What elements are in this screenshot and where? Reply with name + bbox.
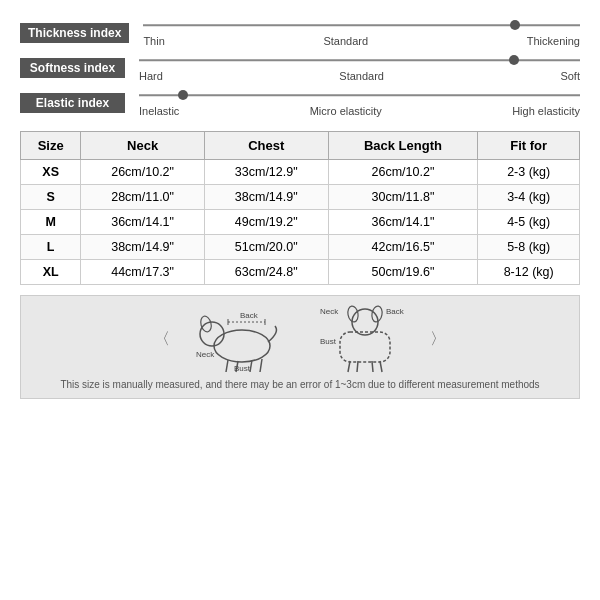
svg-text:Back: Back (386, 307, 405, 316)
slider-label: Soft (560, 70, 580, 82)
table-cell: S (21, 185, 81, 210)
svg-text:Neck: Neck (196, 350, 215, 359)
table-cell: 8-12 (kg) (478, 260, 580, 285)
size-table: SizeNeckChestBack LengthFit for XS26cm/1… (20, 131, 580, 285)
table-row: L38cm/14.9"51cm/20.0"42cm/16.5"5-8 (kg) (21, 235, 580, 260)
next-arrow[interactable]: 〉 (430, 329, 446, 350)
dog-figures: Neck Bust Back (190, 304, 410, 374)
table-cell: 51cm/20.0" (204, 235, 328, 260)
table-cell: 44cm/17.3" (81, 260, 205, 285)
slider-label: Thin (143, 35, 164, 47)
table-row: XL44cm/17.3"63cm/24.8"50cm/19.6"8-12 (kg… (21, 260, 580, 285)
svg-line-20 (380, 361, 382, 372)
svg-line-18 (357, 361, 358, 372)
table-row: M36cm/14.1"49cm/19.2"36cm/14.1"4-5 (kg) (21, 210, 580, 235)
slider-label: Standard (339, 70, 384, 82)
table-cell: 33cm/12.9" (204, 160, 328, 185)
table-cell: 26cm/10.2" (328, 160, 478, 185)
table-cell: 28cm/11.0" (81, 185, 205, 210)
table-cell: M (21, 210, 81, 235)
table-cell: 3-4 (kg) (478, 185, 580, 210)
slider-area: HardStandardSoft (139, 53, 580, 82)
main-container: Thickness indexThinStandardThickeningSof… (0, 0, 600, 600)
table-row: S28cm/11.0"38cm/14.9"30cm/11.8"3-4 (kg) (21, 185, 580, 210)
svg-point-16 (371, 305, 384, 322)
table-header-cell: Size (21, 132, 81, 160)
table-cell: XL (21, 260, 81, 285)
slider-area: ThinStandardThickening (143, 18, 580, 47)
illustration-section: 〈 (20, 295, 580, 399)
svg-line-3 (226, 360, 228, 372)
table-cell: 38cm/14.9" (81, 235, 205, 260)
table-cell: 38cm/14.9" (204, 185, 328, 210)
svg-text:Bust: Bust (320, 337, 337, 346)
table-header-cell: Fit for (478, 132, 580, 160)
table-cell: 30cm/11.8" (328, 185, 478, 210)
table-header-cell: Chest (204, 132, 328, 160)
slider-label: Thickening (527, 35, 580, 47)
disclaimer: This size is manually measured, and ther… (56, 378, 543, 392)
svg-text:Neck: Neck (320, 307, 339, 316)
table-cell: 63cm/24.8" (204, 260, 328, 285)
svg-line-6 (260, 359, 262, 372)
svg-point-14 (352, 309, 378, 335)
dog-front-svg: Neck Bust Back (320, 304, 410, 374)
dog-front-figure: Neck Bust Back (320, 304, 410, 374)
slider-label: Hard (139, 70, 163, 82)
table-cell: 36cm/14.1" (328, 210, 478, 235)
table-cell: 42cm/16.5" (328, 235, 478, 260)
slider-label: Standard (323, 35, 368, 47)
table-header-cell: Back Length (328, 132, 478, 160)
svg-point-1 (200, 322, 224, 346)
table-cell: 26cm/10.2" (81, 160, 205, 185)
table-cell: 50cm/19.6" (328, 260, 478, 285)
index-label: Softness index (20, 58, 125, 78)
table-cell: XS (21, 160, 81, 185)
svg-text:Bust: Bust (234, 364, 251, 373)
table-cell: 5-8 (kg) (478, 235, 580, 260)
slider-label: Micro elasticity (310, 105, 382, 117)
table-cell: 4-5 (kg) (478, 210, 580, 235)
svg-line-17 (348, 361, 350, 372)
table-cell: 2-3 (kg) (478, 160, 580, 185)
table-cell: L (21, 235, 81, 260)
table-cell: 36cm/14.1" (81, 210, 205, 235)
illustration-row: 〈 (31, 304, 569, 374)
slider-area: InelasticMicro elasticityHigh elasticity (139, 88, 580, 117)
slider-label: High elasticity (512, 105, 580, 117)
prev-arrow[interactable]: 〈 (154, 329, 170, 350)
svg-rect-13 (340, 332, 390, 362)
svg-line-19 (372, 361, 373, 372)
index-label: Thickness index (20, 23, 129, 43)
index-row: Thickness indexThinStandardThickening (20, 18, 580, 47)
dog-side-svg: Neck Bust Back (190, 304, 290, 374)
index-label: Elastic index (20, 93, 125, 113)
table-cell: 49cm/19.2" (204, 210, 328, 235)
table-header-cell: Neck (81, 132, 205, 160)
index-row: Softness indexHardStandardSoft (20, 53, 580, 82)
svg-point-15 (347, 305, 360, 322)
table-row: XS26cm/10.2"33cm/12.9"26cm/10.2"2-3 (kg) (21, 160, 580, 185)
index-section: Thickness indexThinStandardThickeningSof… (20, 18, 580, 117)
svg-text:Back: Back (240, 311, 259, 320)
slider-label: Inelastic (139, 105, 179, 117)
dog-side-figure: Neck Bust Back (190, 304, 290, 374)
index-row: Elastic indexInelasticMicro elasticityHi… (20, 88, 580, 117)
svg-point-0 (214, 330, 270, 362)
